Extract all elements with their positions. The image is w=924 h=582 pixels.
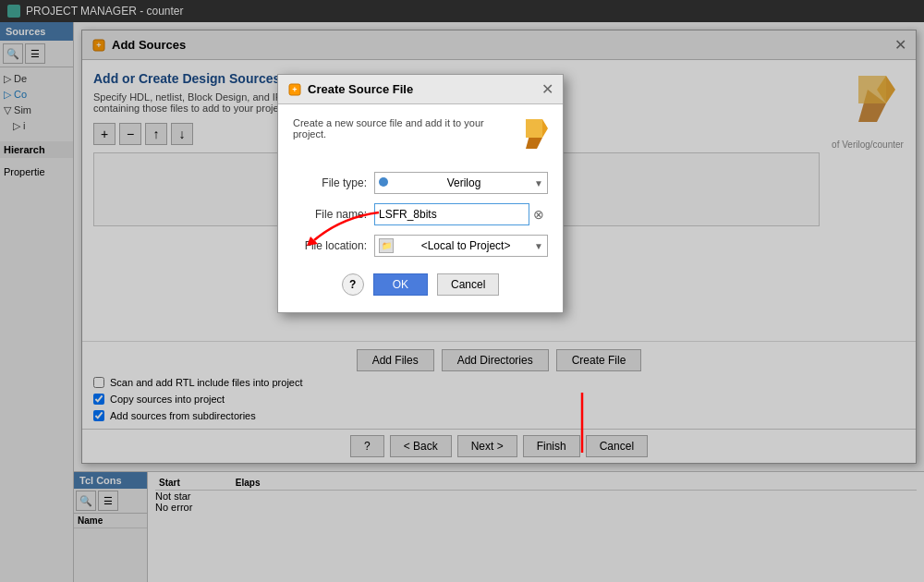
sidebar-toolbar: 🔍 ☰ bbox=[0, 41, 73, 67]
add-sources-title-text: Add Sources bbox=[112, 38, 186, 52]
tcl-search-btn[interactable]: 🔍 bbox=[76, 491, 96, 511]
create-source-icon: + bbox=[287, 82, 302, 97]
ok-btn[interactable]: OK bbox=[373, 273, 428, 296]
finish-btn[interactable]: Finish bbox=[523, 435, 580, 457]
col-name: Name bbox=[78, 515, 103, 526]
checkbox-copy-sources-input[interactable] bbox=[93, 394, 104, 405]
file-name-input[interactable] bbox=[374, 203, 529, 225]
tcl-header: Tcl Cons bbox=[74, 472, 147, 489]
left-sidebar: Sources 🔍 ☰ ▷ De ▷ Co ▽ Sim ▷ i Hierarch… bbox=[0, 22, 74, 582]
sidebar-header: Sources bbox=[0, 22, 73, 41]
location-icon: 📁 bbox=[379, 238, 394, 253]
col-elaps: Elaps bbox=[236, 478, 261, 488]
file-type-arrow: ▼ bbox=[534, 178, 543, 188]
file-type-dot bbox=[379, 176, 394, 189]
next-btn[interactable]: Next > bbox=[457, 435, 517, 457]
sidebar-tree: ▷ De ▷ Co ▽ Sim ▷ i bbox=[0, 67, 73, 138]
file-type-dropdown[interactable]: Verilog ▼ bbox=[374, 172, 548, 194]
file-location-row: File location: 📁 <Local to Project> ▼ bbox=[293, 235, 548, 257]
add-files-btn[interactable]: Add Files bbox=[357, 349, 434, 371]
remove-item-btn[interactable]: − bbox=[119, 123, 141, 145]
file-location-label: File location: bbox=[293, 239, 367, 252]
cancel-btn-create[interactable]: Cancel bbox=[437, 273, 499, 296]
app-icon bbox=[7, 5, 20, 18]
file-type-value: Verilog bbox=[447, 176, 481, 189]
file-location-arrow: ▼ bbox=[534, 241, 543, 251]
checkbox-add-subdirs-label: Add sources from subdirectories bbox=[110, 410, 256, 421]
create-source-logo bbox=[515, 117, 548, 161]
tree-item-sim-child[interactable]: ▷ i bbox=[4, 118, 69, 134]
svg-marker-4 bbox=[858, 76, 886, 103]
create-file-btn[interactable]: Create File bbox=[556, 349, 642, 371]
tcl-toolbar: 🔍 ☰ bbox=[74, 489, 147, 514]
add-sources-bottom: Add Files Add Directories Create File Sc… bbox=[82, 341, 916, 429]
sidebar-section-properties: Propertie bbox=[0, 164, 73, 180]
create-source-header-row: Create a new source file and add it to y… bbox=[293, 117, 548, 161]
tcl-table-header: Name bbox=[74, 514, 147, 528]
add-directories-btn[interactable]: Add Directories bbox=[442, 349, 549, 371]
cancel-nav-btn[interactable]: Cancel bbox=[586, 435, 648, 457]
svg-marker-9 bbox=[526, 119, 542, 138]
create-source-content: Create a new source file and add it to y… bbox=[278, 104, 563, 312]
file-name-control: ⊗ bbox=[374, 203, 548, 225]
sidebar-search-btn[interactable]: 🔍 bbox=[3, 43, 23, 64]
file-name-label: File name: bbox=[293, 208, 367, 221]
tree-item-de[interactable]: ▷ De bbox=[4, 71, 69, 87]
app-title: PROJECT MANAGER - counter bbox=[26, 5, 183, 18]
back-btn[interactable]: < Back bbox=[390, 435, 452, 457]
file-type-row: File type: Verilog ▼ bbox=[293, 172, 548, 194]
error-panel-header: Start Elaps bbox=[155, 476, 917, 491]
create-source-title-text: Create Source File bbox=[308, 82, 413, 96]
bottom-section: Tcl Cons 🔍 ☰ Name Start Elaps Not star N… bbox=[74, 471, 924, 582]
create-source-buttons: ? OK Cancel bbox=[293, 266, 548, 299]
title-bar: PROJECT MANAGER - counter bbox=[0, 0, 924, 22]
add-sources-titlebar: + Add Sources ✕ bbox=[82, 30, 916, 60]
tree-item-sim[interactable]: ▽ Sim bbox=[4, 103, 69, 118]
checkbox-scan-rtl-input[interactable] bbox=[93, 377, 104, 388]
file-location-value: <Local to Project> bbox=[421, 239, 511, 252]
help-btn-nav[interactable]: ? bbox=[350, 435, 384, 457]
sidebar-filter-btn[interactable]: ☰ bbox=[25, 43, 45, 64]
tree-item-co[interactable]: ▷ Co bbox=[4, 87, 69, 103]
sidebar-section-hierarchy: Hierarch bbox=[0, 141, 73, 158]
bottom-buttons-row: Add Files Add Directories Create File bbox=[93, 349, 905, 371]
file-location-dropdown[interactable]: 📁 <Local to Project> ▼ bbox=[374, 235, 548, 257]
nav-buttons: ? < Back Next > Finish Cancel bbox=[82, 429, 916, 463]
tcl-filter-btn[interactable]: ☰ bbox=[98, 491, 118, 511]
add-sources-icon: + bbox=[91, 38, 106, 53]
no-start-text: Not star bbox=[155, 491, 917, 502]
file-type-label: File type: bbox=[293, 176, 367, 189]
add-sources-right: of Verilog/counter bbox=[831, 71, 905, 330]
add-sources-close[interactable]: ✕ bbox=[894, 36, 906, 54]
move-down-btn[interactable]: ↓ bbox=[171, 123, 193, 145]
create-source-titlebar: + Create Source File ✕ bbox=[278, 75, 563, 104]
file-name-clear[interactable]: ⊗ bbox=[529, 205, 548, 224]
file-location-control: 📁 <Local to Project> ▼ bbox=[374, 235, 548, 257]
checkbox-add-subdirs: Add sources from subdirectories bbox=[93, 410, 905, 421]
create-source-desc: Create a new source file and add it to y… bbox=[293, 117, 505, 148]
no-errors-text: No error bbox=[155, 502, 917, 513]
add-sources-title: + Add Sources bbox=[91, 38, 186, 53]
file-name-row: File name: ⊗ bbox=[293, 203, 548, 225]
col-start: Start bbox=[159, 478, 180, 488]
svg-text:+: + bbox=[96, 41, 101, 50]
create-source-dialog: + Create Source File ✕ Create a new sour… bbox=[277, 74, 564, 313]
tcl-console: Tcl Cons 🔍 ☰ Name bbox=[74, 472, 148, 582]
vivado-logo bbox=[840, 71, 895, 136]
checkbox-add-subdirs-input[interactable] bbox=[93, 410, 104, 421]
move-up-btn[interactable]: ↑ bbox=[145, 123, 167, 145]
create-source-close[interactable]: ✕ bbox=[541, 80, 553, 98]
help-btn-create[interactable]: ? bbox=[342, 273, 364, 296]
checkbox-copy-sources: Copy sources into project bbox=[93, 394, 905, 405]
checkbox-scan-rtl: Scan and add RTL include files into proj… bbox=[93, 377, 905, 388]
create-source-title: + Create Source File bbox=[287, 82, 413, 97]
checkbox-scan-rtl-label: Scan and add RTL include files into proj… bbox=[110, 377, 303, 388]
add-item-btn[interactable]: + bbox=[93, 123, 116, 145]
file-type-control: Verilog ▼ bbox=[374, 172, 548, 194]
path-hint: of Verilog/counter bbox=[832, 139, 904, 150]
svg-text:+: + bbox=[292, 85, 297, 94]
checkbox-copy-sources-label: Copy sources into project bbox=[110, 394, 225, 405]
error-panel: Start Elaps Not star No error bbox=[148, 472, 924, 582]
